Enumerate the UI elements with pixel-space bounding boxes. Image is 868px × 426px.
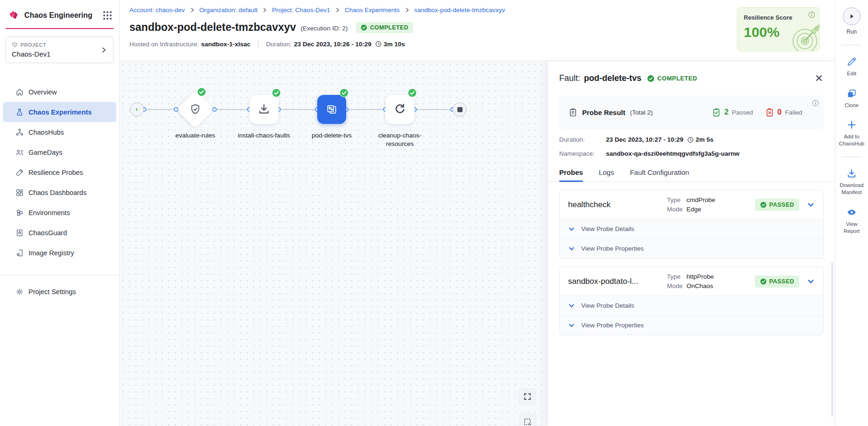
run-label: Run <box>838 29 866 36</box>
eye-icon <box>847 207 857 217</box>
flask-icon <box>15 108 24 116</box>
edit-label: Edit <box>838 70 866 77</box>
home-icon <box>15 88 24 96</box>
node-label: evaluate-rules <box>166 131 224 140</box>
probe-counts: 2 Passed 0 Failed <box>712 108 802 117</box>
sidebar-item-chaos-dashboards[interactable]: Chaos Dashboards <box>3 182 116 202</box>
fault-status-text: COMPLETED <box>657 75 697 82</box>
probe-meta: Type cmdProbe Mode Edge <box>667 196 747 213</box>
fault-details-panel: Fault: pod-delete-tvs COMPLETED Probe Re… <box>548 61 835 426</box>
edit-button[interactable]: Edit <box>838 57 866 77</box>
passed-count: 2 <box>724 108 728 117</box>
environments-icon <box>15 209 24 217</box>
probe-mode-label: Mode <box>667 282 687 289</box>
sidebar-item-chaosguard[interactable]: ChaosGuard <box>3 223 116 243</box>
view-report-button[interactable]: View Report <box>838 207 866 235</box>
canvas-marquee-select-button[interactable] <box>519 413 536 426</box>
view-probe-details-link[interactable]: View Probe Details <box>560 296 823 315</box>
sidebar-item-overview[interactable]: Overview <box>3 82 116 102</box>
project-selector[interactable]: PROJECT Chaos-Dev1 <box>6 36 114 63</box>
canvas-fullscreen-button[interactable] <box>519 388 536 405</box>
pipeline-node-cleanup-chaos-resources[interactable] <box>385 95 414 124</box>
info-icon[interactable] <box>812 100 819 107</box>
lock-card-icon <box>15 229 24 237</box>
probe-type-label: Type <box>667 196 687 203</box>
tab-probes[interactable]: Probes <box>559 168 583 181</box>
gear-icon <box>15 288 24 296</box>
chevron-down-icon <box>568 225 575 232</box>
probe-card-sandbox-podtato: sandbox-podtato-l... Type httpProbe Mode… <box>559 267 824 335</box>
fault-namespace-label: Namespace: <box>559 150 606 157</box>
refresh-icon <box>393 103 406 116</box>
probe-result-total: (Total 2) <box>630 109 653 116</box>
fault-duration-value: 23 Dec 2023, 10:27 - 10:29 <box>606 136 683 143</box>
breadcrumb-project[interactable]: Project: Chaos-Dev1 <box>272 7 330 14</box>
sidebar-item-label: ChaosGuard <box>28 229 67 237</box>
dashboard-icon <box>15 188 24 197</box>
breadcrumb-chaos-experiments[interactable]: Chaos Experiments <box>345 7 400 14</box>
brand-name: Chaos Engineering <box>24 11 103 20</box>
view-probe-details-link[interactable]: View Probe Details <box>560 219 823 238</box>
view-probe-properties-link[interactable]: View Probe Properties <box>560 238 823 258</box>
view-probe-properties-link[interactable]: View Probe Properties <box>560 315 823 335</box>
pipeline-node-pod-delete-tvs[interactable] <box>317 95 346 124</box>
breadcrumb-separator-icon <box>404 7 410 13</box>
run-button[interactable] <box>843 7 861 25</box>
app-switcher-grid-icon[interactable] <box>103 11 112 20</box>
fault-namespace-value: sandbox-qa-dszi0eehtmqgvdfsfg3a5g-uarnw <box>606 150 740 157</box>
sidebar-item-label: GameDays <box>28 149 63 156</box>
chaos-engineering-logo-icon <box>7 9 20 22</box>
rail-divider <box>842 157 861 157</box>
project-label-row: PROJECT <box>12 42 107 48</box>
sidebar-item-gamedays[interactable]: GameDays <box>3 142 116 162</box>
add-to-chaoshub-button[interactable]: Add to ChaosHub <box>838 120 866 147</box>
node-label: cleanup-chaos-resources <box>371 131 429 148</box>
breadcrumb-experiment[interactable]: sandbox-pod-delete-tmzbcavxyv <box>414 7 505 14</box>
sidebar-item-image-registry[interactable]: Image Registry <box>3 243 116 263</box>
expand-chevron[interactable] <box>807 201 815 209</box>
probe-result-label: Probe Result <box>582 108 626 116</box>
sidebar-item-chaoshubs[interactable]: ChaosHubs <box>3 122 116 142</box>
sidebar-item-resilience-probes[interactable]: Resilience Probes <box>3 162 116 182</box>
sidebar-item-environments[interactable]: Environments <box>3 202 116 223</box>
probe-card-header[interactable]: healthcheck Type cmdProbe Mode Edge PASS… <box>560 190 823 219</box>
sidebar-item-label: Image Registry <box>28 249 74 257</box>
download-manifest-label: Download Manifest <box>838 182 866 196</box>
check-circle-icon <box>760 202 767 208</box>
tab-logs[interactable]: Logs <box>599 168 614 181</box>
pipeline-start-node[interactable] <box>130 102 144 116</box>
sidebar-item-label: Chaos Experiments <box>28 108 92 116</box>
panel-scrollbar[interactable] <box>831 262 833 417</box>
probe-status-text: PASSED <box>769 202 794 208</box>
fault-status-badge: COMPLETED <box>647 75 697 82</box>
main-area: Account: chaos-dev Organization: default… <box>120 0 835 426</box>
pipeline-end-node[interactable] <box>453 102 467 116</box>
probe-mode-value: OnChaos <box>687 282 747 289</box>
tab-fault-configuration[interactable]: Fault Configuration <box>630 168 689 181</box>
pipeline-canvas[interactable]: evaluate-rules install-chaos-faults pod-… <box>120 61 548 426</box>
expand-chevron[interactable] <box>807 277 815 285</box>
chevron-down-icon <box>807 277 815 285</box>
sidebar: Chaos Engineering PROJECT Chaos-Dev1 Ove… <box>0 0 120 426</box>
node-success-check-icon <box>340 88 349 97</box>
stop-icon <box>457 107 462 112</box>
sidebar-item-chaos-experiments[interactable]: Chaos Experiments <box>3 102 116 122</box>
resilience-score-card: Resilience Score 100% <box>737 7 820 51</box>
hub-network-icon <box>15 128 24 137</box>
plus-icon <box>847 120 857 130</box>
info-icon[interactable] <box>808 11 815 18</box>
close-icon[interactable] <box>814 73 824 83</box>
pipeline-node-evaluate-rules[interactable] <box>176 90 214 129</box>
sidebar-item-project-settings[interactable]: Project Settings <box>0 288 119 296</box>
download-manifest-button[interactable]: Download Manifest <box>838 168 866 196</box>
pipeline-node-install-chaos-faults[interactable] <box>249 95 278 124</box>
breadcrumb-account[interactable]: Account: chaos-dev <box>129 7 185 14</box>
status-text: COMPLETED <box>370 24 408 31</box>
probe-card-header[interactable]: sandbox-podtato-l... Type httpProbe Mode… <box>560 267 823 296</box>
node-label: pod-delete-tvs <box>303 131 361 140</box>
probe-mode-label: Mode <box>667 206 687 213</box>
clone-label: Clone <box>838 102 866 109</box>
breadcrumb-organization[interactable]: Organization: default <box>199 7 258 14</box>
clone-button[interactable]: Clone <box>838 88 866 109</box>
chevron-right-icon <box>100 46 107 54</box>
